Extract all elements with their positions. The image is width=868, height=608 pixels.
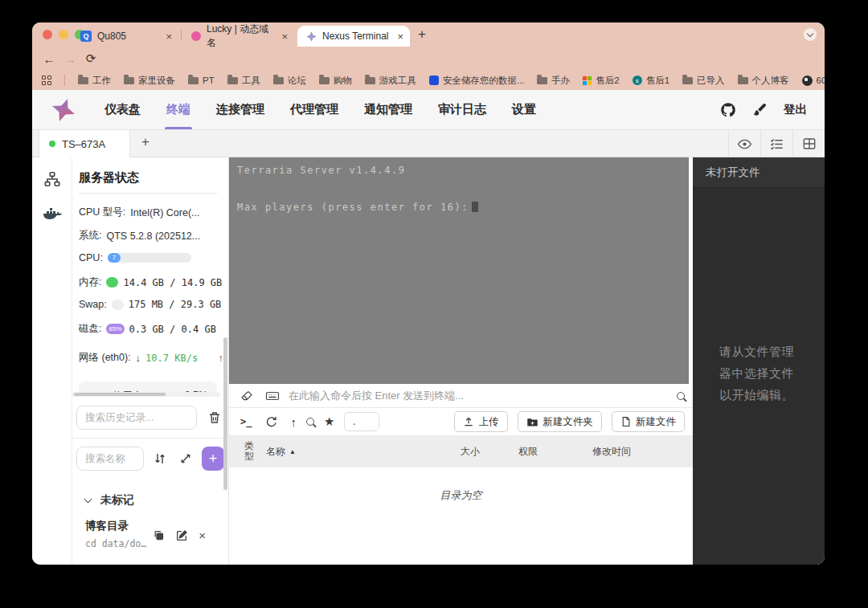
favorites-star-icon[interactable]: ★ xyxy=(324,414,334,429)
nav-item-terminal[interactable]: 终端 xyxy=(154,90,203,129)
docker-icon[interactable] xyxy=(43,207,62,223)
edit-icon[interactable] xyxy=(175,529,188,542)
chevron-down-icon xyxy=(84,495,92,503)
reload-button[interactable]: ⟳ xyxy=(80,51,101,66)
sort-icon[interactable] xyxy=(151,449,169,468)
bookmark-link[interactable]: 安全储存您的数据... xyxy=(429,75,525,87)
nav-item-dashboard[interactable]: 仪表盘 xyxy=(92,90,154,129)
bookmark-folder[interactable]: 工作 xyxy=(78,75,111,87)
left-icon-strip xyxy=(32,157,72,565)
browser-tab-qu805[interactable]: Q Qu805 × xyxy=(72,26,178,47)
column-modified[interactable]: 修改时间 xyxy=(592,435,631,467)
nav-item-audit-log[interactable]: 审计日志 xyxy=(425,90,499,129)
copy-icon[interactable] xyxy=(153,529,165,541)
browser-tab-nexus-terminal[interactable]: Nexus Terminal × xyxy=(297,26,410,47)
theme-brush-icon[interactable] xyxy=(752,102,768,117)
new-tab-button[interactable]: + xyxy=(418,27,426,43)
upload-button[interactable]: 上传 xyxy=(454,411,508,432)
editor-panel: 未打开文件 请从文件管理器中选择文件以开始编辑。 xyxy=(693,157,825,565)
visibility-toggle-button[interactable] xyxy=(728,130,760,157)
new-folder-button[interactable]: 新建文件夹 xyxy=(518,411,603,432)
terminal-screen[interactable]: Terraria Server v1.4.4.9 Max players (pr… xyxy=(229,157,693,384)
expand-icon[interactable] xyxy=(176,449,194,468)
close-tab-icon[interactable]: × xyxy=(397,31,403,43)
nav-item-notifications[interactable]: 通知管理 xyxy=(351,90,425,129)
bookmark-folder[interactable]: 手办 xyxy=(537,75,570,87)
disk-badge: 85% xyxy=(106,324,124,334)
bookmark-folder[interactable]: PT xyxy=(188,75,215,85)
desktop-background: Q Qu805 × Lucky | 动态域名 × Nexus Terminal … xyxy=(0,0,868,608)
editor-header: 未打开文件 xyxy=(693,157,825,188)
snippet-name-search-input[interactable] xyxy=(76,447,144,471)
nav-item-proxy[interactable]: 代理管理 xyxy=(277,90,351,129)
session-tab-label: TS–673A xyxy=(62,138,105,150)
forward-button[interactable]: → xyxy=(59,52,80,66)
logout-button[interactable]: 登出 xyxy=(784,102,807,117)
sort-caret-icon: ▲ xyxy=(289,448,296,455)
qu805-favicon: Q xyxy=(80,31,92,42)
bookmark-folder[interactable]: 购物 xyxy=(319,75,352,87)
minimize-window-button[interactable] xyxy=(59,30,68,39)
bookmark-folder[interactable]: 已导入 xyxy=(682,75,725,87)
browser-tab-lucky[interactable]: Lucky | 动态域名 × xyxy=(183,26,294,47)
path-input[interactable] xyxy=(344,412,379,431)
terminal-line: Max players (press enter for 16): xyxy=(237,201,685,219)
snippet-search-row: + xyxy=(72,440,228,477)
nexus-favicon xyxy=(305,31,317,42)
history-search-input[interactable] xyxy=(76,406,197,430)
close-window-button[interactable] xyxy=(43,30,52,39)
column-size[interactable]: 大小 xyxy=(461,435,480,467)
world-news-icon xyxy=(802,75,813,86)
bookmark-link[interactable]: s售后1 xyxy=(633,75,669,87)
column-name[interactable]: 名称 ▲ xyxy=(266,435,296,467)
server-status-panel: 服务器状态 CPU 型号: Intel(R) Core(... 系统: QTS … xyxy=(72,157,228,397)
bookmark-folder[interactable]: 工具 xyxy=(227,75,260,87)
command-input[interactable] xyxy=(289,390,670,402)
editor-empty-message: 请从文件管理器中选择文件以开始编辑。 xyxy=(719,341,800,406)
close-tab-icon[interactable]: × xyxy=(281,31,288,43)
clear-history-trash-icon[interactable] xyxy=(205,408,224,427)
bookmark-folder[interactable]: 个人博客 xyxy=(738,75,789,87)
clear-terminal-eraser-icon[interactable] xyxy=(237,386,256,406)
bookmark-link[interactable]: 60秒看世界 xyxy=(802,75,825,87)
search-icon[interactable] xyxy=(677,392,685,400)
tab-search-button[interactable] xyxy=(804,28,817,41)
download-arrow-icon: ↓ xyxy=(136,352,141,364)
swap-badge xyxy=(112,300,124,310)
apps-grid-icon[interactable] xyxy=(42,75,51,85)
github-icon[interactable] xyxy=(720,102,736,118)
refresh-icon[interactable] xyxy=(261,412,280,431)
bookmark-folder[interactable]: 游戏工具 xyxy=(365,75,416,87)
folder-icon xyxy=(188,77,199,84)
back-button[interactable]: ← xyxy=(39,52,59,66)
delete-x-icon[interactable]: × xyxy=(199,528,206,542)
empty-directory-message: 目录为空 xyxy=(229,488,693,503)
lucky-favicon xyxy=(191,31,201,41)
nav-item-connections[interactable]: 连接管理 xyxy=(203,90,277,129)
untagged-group-header[interactable]: 未标记 xyxy=(85,493,134,508)
bookmark-link[interactable]: 售后2 xyxy=(583,75,619,87)
sitemap-icon[interactable] xyxy=(43,170,61,188)
terminal-prompt-icon[interactable]: >_ xyxy=(240,416,252,427)
session-tab-ts673a[interactable]: TS–673A xyxy=(39,130,130,157)
sidebar-scrollbar[interactable] xyxy=(223,337,227,490)
nexus-logo[interactable] xyxy=(50,96,77,124)
tab-title: Qu805 xyxy=(97,31,126,42)
add-session-button[interactable]: + xyxy=(141,134,149,150)
new-file-button[interactable]: 新建文件 xyxy=(612,411,685,432)
session-list-button[interactable] xyxy=(760,130,792,157)
column-type[interactable]: 类型 xyxy=(240,435,258,467)
swap-row: Swap: 175 MB / 29.3 GB xyxy=(79,299,223,310)
browser-tab-strip: Q Qu805 × Lucky | 动态域名 × Nexus Terminal … xyxy=(32,22,825,47)
bookmark-folder[interactable]: 家里设备 xyxy=(124,75,175,87)
close-tab-icon[interactable]: × xyxy=(166,31,172,43)
bookmark-folder[interactable]: 论坛 xyxy=(273,75,306,87)
file-search-icon[interactable] xyxy=(306,418,314,426)
up-directory-icon[interactable]: ↑ xyxy=(290,415,297,429)
nav-item-settings[interactable]: 设置 xyxy=(499,90,549,129)
grid-layout-button[interactable] xyxy=(792,130,825,157)
virtual-keyboard-icon[interactable] xyxy=(263,386,282,406)
snippet-item[interactable]: 博客目录 cd data/do… × xyxy=(85,519,219,549)
column-permissions[interactable]: 权限 xyxy=(518,435,538,467)
add-snippet-button[interactable]: + xyxy=(202,447,224,471)
